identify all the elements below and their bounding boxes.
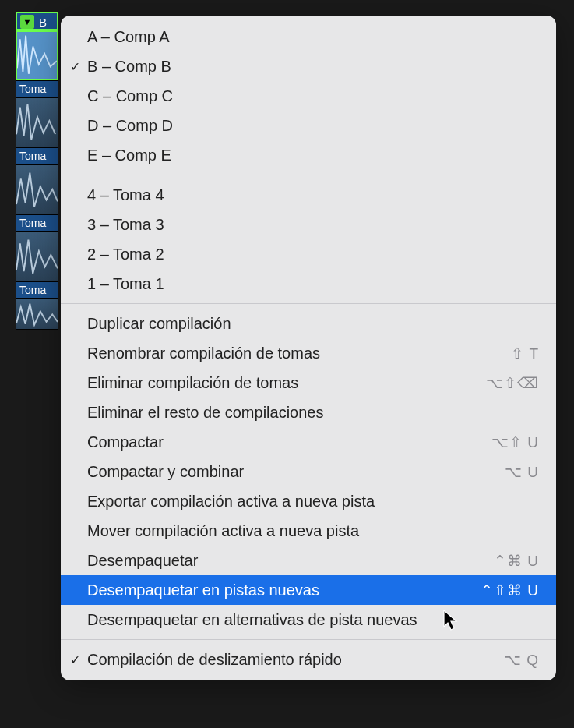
- menu-item-comp-c[interactable]: C – Comp C: [61, 81, 556, 111]
- take-folder-menu: A – Comp A ✓ B – Comp B C – Comp C D – C…: [61, 16, 556, 680]
- menu-item-take-3[interactable]: 3 – Toma 3: [61, 210, 556, 239]
- menu-item-shortcut: ⇧ T: [511, 345, 539, 362]
- waveform-region[interactable]: [16, 231, 58, 281]
- menu-item-label: Mover compilación activa a nueva pista: [87, 522, 539, 540]
- menu-item-label: Renombrar compilación de tomas: [87, 345, 511, 362]
- menu-item-unpack-new-alternatives[interactable]: Desempaquetar en alternativas de pista n…: [61, 605, 556, 634]
- take-label: Toma: [19, 83, 46, 95]
- menu-item-label: E – Comp E: [87, 147, 539, 164]
- menu-item-label: Compilación de deslizamiento rápido: [87, 651, 504, 669]
- take-header[interactable]: Toma: [16, 80, 58, 97]
- menu-separator: [61, 639, 556, 640]
- menu-item-label: Eliminar compilación de tomas: [87, 374, 486, 392]
- menu-item-shortcut: ⌥ U: [505, 463, 539, 481]
- take-header[interactable]: Toma: [16, 281, 58, 299]
- menu-item-export-active-comp[interactable]: Exportar compilación activa a nueva pist…: [61, 486, 556, 516]
- menu-item-label: Desempaquetar en alternativas de pista n…: [87, 611, 539, 629]
- menu-item-shortcut: ⌃⇧⌘ U: [481, 581, 539, 599]
- menu-item-label: B – Comp B: [87, 58, 539, 76]
- menu-item-shortcut: ⌥ Q: [504, 651, 539, 669]
- menu-item-label: Exportar compilación activa a nueva pist…: [87, 493, 539, 511]
- menu-item-comp-e[interactable]: E – Comp E: [61, 140, 556, 170]
- menu-item-label: C – Comp C: [87, 87, 539, 105]
- menu-item-comp-a[interactable]: A – Comp A: [61, 22, 556, 51]
- menu-item-take-4[interactable]: 4 – Toma 4: [61, 180, 556, 210]
- menu-item-quick-swipe-comping[interactable]: ✓ Compilación de deslizamiento rápido ⌥ …: [61, 645, 556, 674]
- menu-item-rename-comp[interactable]: Renombrar compilación de tomas ⇧ T: [61, 338, 556, 368]
- take-label: Toma: [19, 284, 46, 296]
- take-label: Toma: [19, 150, 46, 162]
- menu-item-comp-b[interactable]: ✓ B – Comp B: [61, 51, 556, 81]
- menu-item-move-active-comp[interactable]: Mover compilación activa a nueva pista: [61, 516, 556, 546]
- menu-item-delete-other-comps[interactable]: Eliminar el resto de compilaciones: [61, 398, 556, 427]
- menu-item-shortcut: ⌥⇧⌫: [486, 374, 539, 392]
- menu-item-label: Desempaquetar en pistas nuevas: [87, 581, 481, 599]
- menu-item-shortcut: ⌥⇧ U: [491, 433, 539, 451]
- menu-item-take-2[interactable]: 2 – Toma 2: [61, 239, 556, 269]
- menu-item-label: Desempaquetar: [87, 552, 494, 570]
- waveform-region[interactable]: [16, 97, 58, 147]
- menu-separator: [61, 175, 556, 175]
- waveform-region[interactable]: [16, 164, 58, 214]
- take-header[interactable]: Toma: [16, 147, 58, 164]
- checkmark-icon: ✓: [70, 652, 80, 667]
- comp-label: B: [39, 16, 47, 29]
- menu-item-unpack[interactable]: Desempaquetar ⌃⌘ U: [61, 546, 556, 575]
- menu-item-label: 1 – Toma 1: [87, 275, 539, 293]
- menu-item-label: A – Comp A: [87, 28, 539, 46]
- menu-item-unpack-new-tracks[interactable]: Desempaquetar en pistas nuevas ⌃⇧⌘ U: [61, 575, 556, 605]
- waveform-region[interactable]: [16, 299, 58, 330]
- menu-item-delete-comp[interactable]: Eliminar compilación de tomas ⌥⇧⌫: [61, 368, 556, 398]
- menu-item-label: Compactar: [87, 433, 491, 451]
- menu-separator: [61, 303, 556, 304]
- menu-item-flatten[interactable]: Compactar ⌥⇧ U: [61, 427, 556, 457]
- menu-item-label: 2 – Toma 2: [87, 246, 539, 263]
- menu-item-shortcut: ⌃⌘ U: [494, 552, 539, 570]
- take-header[interactable]: Toma: [16, 214, 58, 231]
- checkmark-icon: ✓: [70, 59, 80, 74]
- menu-item-label: 3 – Toma 3: [87, 216, 539, 234]
- menu-item-duplicate-comp[interactable]: Duplicar compilación: [61, 309, 556, 338]
- waveform-region[interactable]: [16, 30, 58, 80]
- menu-item-label: Duplicar compilación: [87, 315, 539, 333]
- menu-item-comp-d[interactable]: D – Comp D: [61, 111, 556, 140]
- menu-item-label: Compactar y combinar: [87, 463, 505, 481]
- take-folder-column: ▼ B Toma Toma Toma Toma: [16, 12, 58, 330]
- menu-item-take-1[interactable]: 1 – Toma 1: [61, 269, 556, 299]
- menu-item-label: 4 – Toma 4: [87, 186, 539, 204]
- menu-item-label: Eliminar el resto de compilaciones: [87, 404, 539, 422]
- menu-item-flatten-merge[interactable]: Compactar y combinar ⌥ U: [61, 457, 556, 486]
- menu-item-label: D – Comp D: [87, 117, 539, 135]
- disclosure-triangle-icon[interactable]: ▼: [20, 15, 34, 29]
- take-folder-header[interactable]: ▼ B: [16, 12, 58, 30]
- take-label: Toma: [19, 217, 46, 229]
